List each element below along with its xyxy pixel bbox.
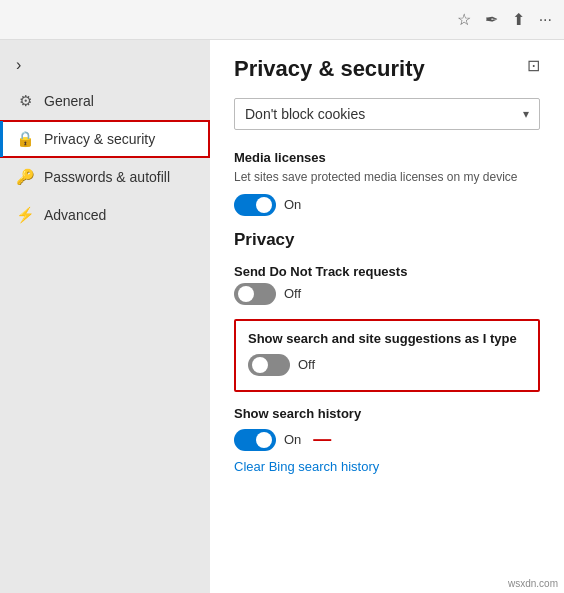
media-licenses-toggle-label: On xyxy=(284,197,301,212)
content-header: Privacy & security ⊡ xyxy=(234,56,540,82)
advanced-icon: ⚡ xyxy=(16,206,34,224)
toggle-knob xyxy=(256,197,272,213)
sidebar-item-advanced[interactable]: ⚡ Advanced xyxy=(0,196,210,234)
cookie-dropdown-value: Don't block cookies xyxy=(245,106,365,122)
toggle-knob xyxy=(252,357,268,373)
cookie-dropdown-wrapper: Don't block cookies ▾ xyxy=(234,98,540,130)
sidebar: › ⚙ General 🔒 Privacy & security 🔑 Passw… xyxy=(0,40,210,593)
sidebar-item-general-label: General xyxy=(44,93,94,109)
sidebar-item-passwords-label: Passwords & autofill xyxy=(44,169,170,185)
content-panel: Privacy & security ⊡ Don't block cookies… xyxy=(210,40,564,593)
watermark: wsxdn.com xyxy=(508,578,558,589)
search-history-label: Show search history xyxy=(234,406,540,421)
media-licenses-toggle-row: On xyxy=(234,194,540,216)
search-history-toggle-label: On xyxy=(284,432,301,447)
search-suggestions-toggle[interactable] xyxy=(248,354,290,376)
search-suggestions-box: Show search and site suggestions as I ty… xyxy=(234,319,540,392)
sidebar-item-passwords[interactable]: 🔑 Passwords & autofill xyxy=(0,158,210,196)
page-title: Privacy & security xyxy=(234,56,425,82)
sidebar-item-privacy-label: Privacy & security xyxy=(44,131,155,147)
key-icon: 🔑 xyxy=(16,168,34,186)
share-icon[interactable]: ⬆ xyxy=(512,10,525,29)
general-icon: ⚙ xyxy=(16,92,34,110)
do-not-track-toggle-row: Off xyxy=(234,283,540,305)
do-not-track-toggle[interactable] xyxy=(234,283,276,305)
search-history-toggle[interactable] xyxy=(234,429,276,451)
main-area: › ⚙ General 🔒 Privacy & security 🔑 Passw… xyxy=(0,40,564,593)
search-history-section: Show search history On — Clear Bing sear… xyxy=(234,406,540,475)
toggle-knob xyxy=(238,286,254,302)
clear-bing-history-link[interactable]: Clear Bing search history xyxy=(234,459,379,474)
search-suggestions-label: Show search and site suggestions as I ty… xyxy=(248,331,526,346)
media-licenses-desc: Let sites save protected media licenses … xyxy=(234,169,540,186)
search-history-toggle-row: On — xyxy=(234,429,540,451)
chevron-down-icon: ▾ xyxy=(523,107,529,121)
media-licenses-toggle[interactable] xyxy=(234,194,276,216)
back-chevron-icon: › xyxy=(16,56,21,74)
browser-toolbar: ☆ ✒ ⬆ ··· xyxy=(0,0,564,40)
do-not-track-toggle-label: Off xyxy=(284,286,301,301)
do-not-track-label: Send Do Not Track requests xyxy=(234,264,540,279)
search-suggestions-toggle-row: Off xyxy=(248,354,526,376)
favorites-icon[interactable]: ☆ xyxy=(457,10,471,29)
lock-icon: 🔒 xyxy=(16,130,34,148)
pin-icon[interactable]: ⊡ xyxy=(527,56,540,75)
more-icon[interactable]: ··· xyxy=(539,11,552,29)
search-suggestions-toggle-label: Off xyxy=(298,357,315,372)
sidebar-back-button[interactable]: › xyxy=(0,48,210,82)
sidebar-item-privacy-security[interactable]: 🔒 Privacy & security xyxy=(0,120,210,158)
read-icon[interactable]: ✒ xyxy=(485,10,498,29)
media-licenses-label: Media licenses xyxy=(234,150,540,165)
toggle-knob xyxy=(256,432,272,448)
sidebar-item-general[interactable]: ⚙ General xyxy=(0,82,210,120)
cookie-dropdown[interactable]: Don't block cookies ▾ xyxy=(234,98,540,130)
sidebar-item-advanced-label: Advanced xyxy=(44,207,106,223)
privacy-heading: Privacy xyxy=(234,230,540,250)
red-dash: — xyxy=(313,429,331,450)
